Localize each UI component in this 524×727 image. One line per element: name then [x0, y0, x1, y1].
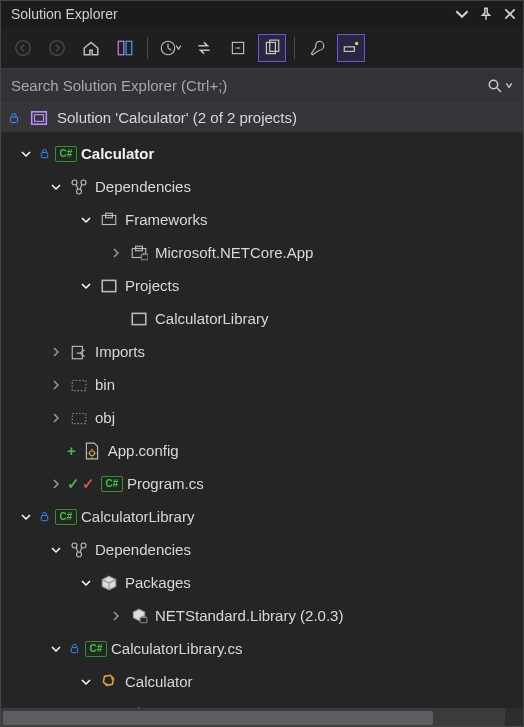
dependencies-icon: [69, 541, 89, 559]
csfile-node[interactable]: C# CalculatorLibrary.cs: [1, 632, 523, 665]
forward-button[interactable]: [43, 34, 71, 62]
appconfig-node[interactable]: + App.config: [1, 434, 523, 467]
search-icon[interactable]: [487, 78, 513, 94]
svg-rect-33: [140, 617, 147, 623]
node-label: Dependencies: [95, 541, 191, 558]
expand-arrow[interactable]: [49, 180, 63, 194]
close-icon[interactable]: [503, 7, 517, 21]
csharp-icon: C#: [55, 509, 77, 525]
horizontal-scrollbar[interactable]: [1, 708, 523, 727]
expand-arrow[interactable]: [19, 510, 33, 524]
switch-views-button[interactable]: [111, 34, 139, 62]
title-bar: Solution Explorer: [1, 1, 523, 27]
node-label: Dependencies: [95, 178, 191, 195]
projects-node[interactable]: Projects: [1, 269, 523, 302]
expand-arrow[interactable]: [49, 642, 63, 656]
imports-icon: [69, 343, 89, 361]
node-label: Packages: [125, 574, 191, 591]
search-bar[interactable]: [1, 69, 523, 103]
project-label: Calculator: [81, 145, 154, 162]
collapse-all-button[interactable]: [224, 34, 252, 62]
toolbar-separator: [147, 37, 148, 59]
expand-arrow[interactable]: [49, 543, 63, 557]
node-label: Imports: [95, 343, 145, 360]
csharp-icon: C#: [85, 641, 107, 657]
project-node[interactable]: C# CalculatorLibrary: [1, 500, 523, 533]
svg-point-32: [77, 552, 82, 557]
toolbar-separator: [294, 37, 295, 59]
lock-icon: [37, 148, 51, 159]
search-input[interactable]: [11, 77, 481, 94]
project-ref-icon: [129, 310, 149, 328]
project-ref-item[interactable]: CalculatorLibrary: [1, 302, 523, 335]
properties-button[interactable]: [303, 34, 331, 62]
package-locked-icon: [129, 607, 149, 625]
toolbar: [1, 27, 523, 69]
svg-point-9: [355, 41, 358, 44]
expand-arrow[interactable]: [49, 411, 63, 425]
svg-rect-14: [41, 153, 47, 158]
expand-arrow[interactable]: [19, 147, 33, 161]
node-label: Frameworks: [125, 211, 208, 228]
expand-arrow[interactable]: [109, 609, 123, 623]
home-button[interactable]: [77, 34, 105, 62]
vcs-added-icon: +: [67, 442, 76, 459]
config-file-icon: [82, 442, 102, 460]
svg-rect-13: [35, 114, 44, 121]
dropdown-icon[interactable]: [455, 7, 469, 21]
node-label: CalculatorLibrary: [155, 310, 268, 327]
svg-point-36: [111, 677, 113, 679]
sync-button[interactable]: [190, 34, 218, 62]
svg-point-28: [89, 450, 94, 455]
svg-point-17: [77, 189, 82, 194]
node-label: CalculatorLibrary.cs: [111, 640, 242, 657]
svg-rect-23: [102, 280, 116, 291]
pin-icon[interactable]: [479, 7, 493, 21]
program-node[interactable]: ✓ ✓ C# Program.cs: [1, 467, 523, 500]
dependencies-node[interactable]: Dependencies: [1, 533, 523, 566]
class-node[interactable]: Calculator: [1, 665, 523, 698]
preview-button[interactable]: [337, 34, 365, 62]
solution-icon: [29, 109, 49, 127]
svg-rect-27: [72, 413, 86, 423]
obj-node[interactable]: obj: [1, 401, 523, 434]
node-label: Calculator: [125, 673, 193, 690]
dependencies-node[interactable]: Dependencies: [1, 170, 523, 203]
package-item[interactable]: NETStandard.Library (2.0.3): [1, 599, 523, 632]
expand-arrow[interactable]: [49, 378, 63, 392]
packages-node[interactable]: Packages: [1, 566, 523, 599]
node-label: Microsoft.NETCore.App: [155, 244, 313, 261]
svg-rect-2: [118, 41, 124, 55]
svg-rect-18: [102, 215, 116, 224]
node-label: Projects: [125, 277, 179, 294]
projects-icon: [99, 277, 119, 295]
expand-arrow[interactable]: [49, 345, 63, 359]
bin-node[interactable]: bin: [1, 368, 523, 401]
expand-arrow[interactable]: [79, 279, 93, 293]
expand-arrow[interactable]: [79, 675, 93, 689]
framework-item[interactable]: Microsoft.NETCore.App: [1, 236, 523, 269]
assembly-icon: [129, 244, 149, 262]
back-button[interactable]: [9, 34, 37, 62]
node-label: Program.cs: [127, 475, 204, 492]
solution-header[interactable]: Solution 'Calculator' (2 of 2 projects): [1, 103, 523, 133]
project-label: CalculatorLibrary: [81, 508, 194, 525]
pending-changes-button[interactable]: [156, 34, 184, 62]
show-all-files-button[interactable]: [258, 34, 286, 62]
frameworks-node[interactable]: Frameworks: [1, 203, 523, 236]
expand-arrow[interactable]: [79, 213, 93, 227]
expand-arrow[interactable]: [109, 246, 123, 260]
imports-node[interactable]: Imports: [1, 335, 523, 368]
expand-arrow[interactable]: [49, 477, 63, 491]
project-node[interactable]: C# Calculator: [1, 137, 523, 170]
lock-icon: [67, 643, 81, 654]
dependencies-icon: [69, 178, 89, 196]
svg-rect-22: [141, 254, 148, 260]
svg-rect-8: [344, 46, 354, 51]
expand-arrow[interactable]: [79, 576, 93, 590]
scrollbar-thumb[interactable]: [3, 711, 433, 725]
svg-rect-34: [71, 648, 77, 653]
svg-rect-29: [41, 516, 47, 521]
vcs-edit-icon: ✓: [82, 475, 95, 493]
method-node[interactable]: DoOperation(double, double, string) : do…: [1, 698, 523, 708]
